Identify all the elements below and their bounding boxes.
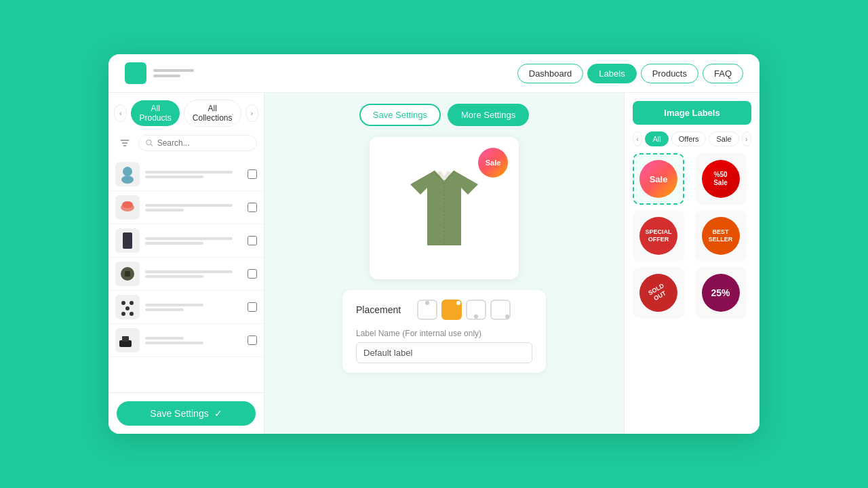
product-list [108, 158, 264, 392]
product-preview-card: Sale [370, 137, 519, 279]
product-line [145, 237, 233, 240]
list-item [108, 291, 264, 324]
product-thumb [115, 195, 140, 220]
product-thumb [115, 295, 140, 319]
logo-line-2 [153, 75, 180, 77]
product-info [145, 304, 242, 311]
product-info [145, 171, 242, 178]
product-checkbox[interactable] [248, 269, 257, 279]
label-item-best-seller[interactable]: BESTSELLER [695, 210, 747, 262]
list-item [108, 324, 264, 357]
label-name-header: Label Name (For internal use only) [356, 328, 532, 338]
filter-tab-all[interactable]: All [645, 131, 668, 146]
filter-tab-sale[interactable]: Sale [709, 131, 738, 146]
product-thumb [115, 328, 140, 352]
placement-options [417, 300, 511, 320]
nav-tab-labels[interactable]: Labels [587, 64, 636, 83]
sidebar-prev-btn[interactable]: ‹ [114, 104, 127, 122]
sidebar-next-btn[interactable]: › [245, 104, 258, 122]
list-item [108, 258, 264, 291]
svg-point-16 [130, 312, 134, 316]
search-input[interactable] [157, 138, 250, 148]
label-item-sold-out[interactable]: SOLDOUT [633, 267, 684, 319]
svg-point-14 [125, 306, 130, 310]
nav-tab-faq[interactable]: FAQ [703, 64, 743, 83]
svg-rect-11 [125, 271, 130, 277]
placement-bottom-right[interactable] [490, 300, 511, 320]
list-item [108, 224, 264, 258]
more-settings-button[interactable]: More Settings [448, 104, 529, 126]
image-labels-button[interactable]: Image Labels [633, 101, 751, 125]
badge-special-offer: SPECIALOFFER [639, 217, 677, 255]
labels-prev-btn[interactable]: ‹ [633, 131, 642, 146]
save-settings-button[interactable]: Save Settings [359, 104, 441, 126]
label-name-section: Label Name (For internal use only) [356, 328, 532, 363]
svg-line-4 [151, 144, 153, 146]
svg-point-5 [123, 167, 132, 176]
placement-top-right[interactable] [441, 300, 462, 320]
header: Dashboard Labels Products FAQ [108, 54, 760, 93]
svg-rect-9 [123, 232, 132, 249]
product-checkbox[interactable] [248, 169, 257, 179]
filter-icon[interactable] [115, 134, 134, 152]
svg-point-8 [122, 201, 133, 208]
search-input-wrap [138, 135, 257, 151]
sidebar-tabs: ‹ All Products All Collections › [108, 93, 264, 134]
product-line [145, 176, 203, 178]
sidebar-search [108, 134, 264, 158]
badge-bestseller: BESTSELLER [702, 217, 740, 255]
logo-text-lines [153, 69, 194, 77]
label-item-sale2[interactable]: %50Sale [695, 153, 747, 205]
product-checkbox[interactable] [248, 336, 257, 345]
right-panel: Image Labels ‹ All Offers Sale › Sale %5… [624, 93, 760, 434]
logo-line-1 [153, 69, 194, 72]
placement-label: Placement [356, 304, 410, 315]
product-shirt-image [397, 154, 492, 262]
nav-tabs: Dashboard Labels Products FAQ [517, 64, 743, 83]
badge-sale2: %50Sale [702, 160, 740, 198]
product-thumb [115, 162, 140, 186]
placement-section: Placement [342, 290, 546, 373]
tab-all-collections[interactable]: All Collections [184, 100, 241, 127]
product-checkbox[interactable] [248, 236, 257, 245]
labels-next-btn[interactable]: › [742, 131, 751, 146]
product-line [145, 308, 184, 311]
badge-25-discount: 25% [702, 274, 740, 312]
product-line [145, 204, 233, 207]
product-info [145, 204, 242, 211]
placement-bottom-left[interactable] [466, 300, 486, 320]
label-item-25-discount[interactable]: 25% [695, 267, 747, 319]
checkmark-icon: ✓ [214, 408, 222, 419]
product-checkbox[interactable] [248, 203, 257, 212]
list-item [108, 191, 264, 224]
filter-tab-offers[interactable]: Offers [671, 131, 707, 146]
main-actions: Save Settings More Settings [359, 104, 529, 126]
product-line [145, 171, 233, 174]
product-thumb [115, 228, 140, 253]
label-item-sale1[interactable]: Sale [633, 153, 684, 205]
product-line [145, 275, 203, 278]
product-info [145, 337, 242, 344]
product-line [145, 209, 184, 211]
svg-point-3 [146, 140, 151, 145]
tab-all-products[interactable]: All Products [131, 100, 179, 126]
label-name-input[interactable] [356, 342, 532, 363]
product-line [145, 304, 203, 306]
badge-sale1: Sale [639, 160, 677, 198]
placement-top-left[interactable] [417, 300, 437, 320]
list-item [108, 158, 264, 191]
svg-point-6 [121, 176, 134, 184]
nav-tab-products[interactable]: Products [641, 64, 698, 83]
product-info [145, 237, 242, 245]
save-settings-sidebar-button[interactable]: Save Settings ✓ [117, 401, 256, 426]
nav-tab-dashboard[interactable]: Dashboard [517, 64, 584, 83]
product-line [145, 270, 233, 273]
sale-badge-overlay: Sale [478, 148, 508, 178]
sidebar-footer: Save Settings ✓ [108, 392, 264, 434]
product-line [145, 242, 203, 245]
labels-filter-tabs: ‹ All Offers Sale › [633, 131, 751, 146]
badge-soldout: SOLDOUT [635, 270, 682, 317]
label-item-special-offer[interactable]: SPECIALOFFER [633, 210, 684, 262]
svg-point-15 [121, 312, 125, 316]
product-checkbox[interactable] [248, 302, 257, 312]
